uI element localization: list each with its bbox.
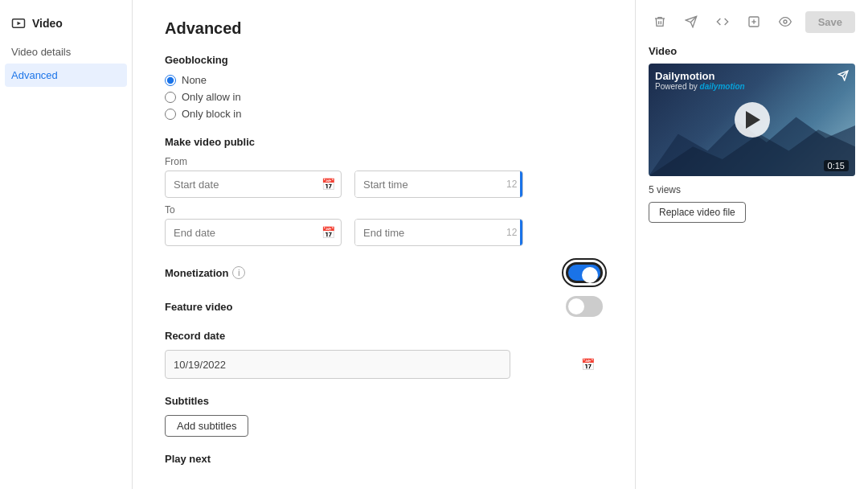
- geoblocking-allow[interactable]: Only allow in: [165, 91, 603, 103]
- panel-video-title: Video: [649, 45, 855, 57]
- monetization-label: Monetization i: [165, 266, 245, 279]
- subtitles-title: Subtitles: [165, 395, 603, 407]
- page-title: Advanced: [165, 19, 603, 38]
- feature-video-toggle[interactable]: ✕: [566, 296, 603, 317]
- subtitles-section: Subtitles Add subtitles: [165, 395, 603, 437]
- start-time-wrapper: 12 24: [354, 171, 523, 198]
- monetization-toggle-knob: [582, 267, 598, 283]
- make-public-title: Make video public: [165, 136, 603, 148]
- geoblocking-block-radio[interactable]: [165, 109, 176, 120]
- monetization-toggle[interactable]: [566, 262, 603, 283]
- monetization-info-icon[interactable]: i: [232, 266, 245, 279]
- feature-video-label: Feature video: [165, 301, 233, 313]
- monetization-toggle-area: [566, 262, 603, 283]
- start-date-wrapper: 📅: [165, 171, 342, 198]
- start-time-badge: 24: [520, 171, 523, 197]
- end-date-wrapper: 📅: [165, 219, 342, 246]
- sidebar-item-advanced[interactable]: Advanced: [5, 64, 127, 87]
- save-button[interactable]: Save: [805, 11, 855, 33]
- video-play-overlay: [649, 64, 855, 176]
- play-next-title: Play next: [165, 453, 603, 465]
- play-next-section: Play next: [165, 453, 603, 465]
- record-date-input[interactable]: [165, 350, 510, 379]
- sidebar: Video Video details Advanced: [0, 0, 133, 489]
- feature-video-row: Feature video ✕: [165, 296, 603, 317]
- share-icon[interactable]: [680, 10, 703, 34]
- start-date-input[interactable]: [165, 171, 342, 198]
- record-date-wrapper: 📅: [165, 350, 603, 379]
- to-label: To: [165, 204, 603, 216]
- download-icon[interactable]: [743, 10, 766, 34]
- geoblocking-options: None Only allow in Only block in: [165, 74, 603, 120]
- video-icon: [11, 16, 26, 31]
- app-title: Video: [32, 17, 63, 30]
- end-date-input[interactable]: [165, 219, 342, 246]
- record-date-section: Record date 📅: [165, 330, 603, 379]
- from-row: 📅 12 24: [165, 171, 603, 198]
- views-count: 5 views: [649, 184, 855, 195]
- video-thumbnail: Dailymotion Powered by dailymotion 0:15: [649, 64, 855, 176]
- toolbar: Save: [649, 10, 855, 34]
- sidebar-item-video-details[interactable]: Video details: [0, 40, 132, 64]
- svg-point-5: [784, 20, 787, 23]
- play-icon: [746, 111, 760, 129]
- svg-marker-1: [18, 22, 22, 26]
- play-button[interactable]: [735, 102, 770, 138]
- record-date-title: Record date: [165, 330, 603, 342]
- add-subtitles-button[interactable]: Add subtitles: [165, 415, 248, 437]
- end-time-hour: 12: [506, 227, 520, 238]
- geoblocking-block[interactable]: Only block in: [165, 108, 603, 120]
- main-content: Advanced Geoblocking None Only allow in …: [133, 0, 635, 489]
- to-row: 📅 12 24: [165, 219, 603, 246]
- right-panel: Save Video Dailymotion Powered by dailym…: [635, 0, 868, 489]
- feature-video-toggle-knob: [568, 298, 584, 314]
- end-time-badge: 24: [520, 220, 523, 245]
- video-duration: 0:15: [824, 160, 849, 171]
- record-date-calendar-icon: 📅: [581, 358, 595, 371]
- from-label: From: [165, 156, 603, 167]
- monetization-row: Monetization i: [165, 262, 603, 283]
- eye-icon[interactable]: [774, 10, 797, 34]
- geoblocking-section: Geoblocking None Only allow in Only bloc…: [165, 54, 603, 120]
- app-header: Video: [0, 10, 132, 40]
- make-public-section: Make video public From 📅 12 24 To 📅 12: [165, 136, 603, 246]
- start-time-input[interactable]: [355, 171, 506, 197]
- geoblocking-allow-radio[interactable]: [165, 92, 176, 103]
- trash-icon[interactable]: [649, 10, 672, 34]
- geoblocking-title: Geoblocking: [165, 54, 603, 66]
- start-time-hour: 12: [506, 179, 520, 190]
- code-icon[interactable]: [711, 10, 735, 34]
- geoblocking-none-radio[interactable]: [165, 75, 176, 86]
- geoblocking-none[interactable]: None: [165, 74, 603, 86]
- end-time-input[interactable]: [355, 220, 506, 245]
- end-time-wrapper: 12 24: [354, 219, 523, 246]
- replace-video-button[interactable]: Replace video file: [649, 202, 746, 223]
